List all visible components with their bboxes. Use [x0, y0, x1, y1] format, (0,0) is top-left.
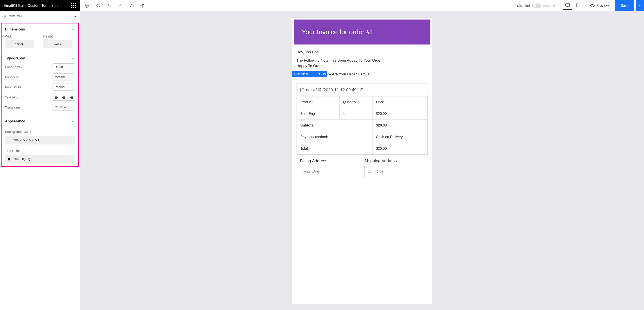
- chevron-up-icon: [72, 28, 75, 31]
- panel-appearance-title: Appearance: [5, 119, 25, 123]
- align-right-button[interactable]: [68, 94, 75, 100]
- font-weight-label: Font Wight: [5, 85, 21, 89]
- title-color-input[interactable]: rgba(0,0,0,1): [5, 155, 75, 164]
- panel-typography-title: Typography: [5, 56, 25, 60]
- send-icon[interactable]: [139, 3, 145, 9]
- th-price: Price: [372, 96, 427, 108]
- redo-icon[interactable]: [117, 3, 123, 9]
- text-align-label: Text Align: [5, 95, 19, 99]
- refresh-icon[interactable]: [95, 3, 101, 9]
- device-mobile-button[interactable]: [573, 1, 582, 10]
- topbar: [/] Disabled Enabled Preview Save: [80, 0, 644, 11]
- app-title: EmailKit Build Custom Templates: [4, 3, 58, 8]
- panels-scroll[interactable]: Dimensions Width Height: [0, 21, 80, 310]
- delete-block-button[interactable]: [316, 71, 322, 77]
- align-left-button[interactable]: [53, 94, 60, 100]
- title-color-label: Title Color: [5, 149, 75, 153]
- transform-value: Capitaliz: [55, 105, 66, 109]
- highlight-box: Dimensions Width Height: [1, 23, 79, 167]
- td-price: $20.00: [372, 108, 427, 119]
- subtotal-label: Subtotal:: [297, 119, 372, 131]
- pencil-icon: [4, 15, 6, 18]
- wordpress-icon[interactable]: [83, 2, 90, 9]
- device-group: [561, 0, 584, 11]
- email-note[interactable]: The Following Note Has Been Added To You…: [296, 58, 428, 69]
- svg-point-4: [592, 5, 593, 6]
- payment-value: Cash on Delivery: [372, 131, 427, 143]
- title-color-swatch: [8, 158, 10, 160]
- th-quantity: Quantity: [340, 96, 372, 108]
- subtotal-value: $20.00: [372, 119, 427, 131]
- preview-button[interactable]: Preview: [586, 0, 613, 11]
- font-weight-select[interactable]: Regular: [52, 83, 75, 90]
- duplicate-block-button[interactable]: [322, 71, 327, 77]
- height-label: Height: [43, 34, 75, 38]
- order-title: [Order #20] [2023-11-12 09:49:13]: [297, 84, 428, 96]
- panel-appearance: Appearance Background Color rgba(255,255…: [2, 115, 78, 164]
- save-dropdown-button[interactable]: [636, 0, 644, 11]
- panel-typography: Typography Font Family Default Font Size: [2, 52, 78, 115]
- font-size-value: Medium: [55, 75, 66, 79]
- enable-toggle[interactable]: [532, 3, 541, 8]
- customize-row[interactable]: CUSTOMIZE: [0, 11, 80, 21]
- chevron-up-icon: [73, 15, 76, 18]
- chevron-down-icon: [639, 4, 642, 7]
- svg-rect-1: [566, 4, 569, 6]
- payment-label: Payment method:: [297, 131, 372, 143]
- email-frame[interactable]: Your Invoice for order #1 Hey, Jon Doe T…: [292, 17, 432, 304]
- panel-dimensions-head[interactable]: Dimensions: [5, 27, 75, 31]
- email-header[interactable]: Your Invoice for order #1: [294, 19, 430, 44]
- sidebar: EmailKit Build Custom Templates CUSTOMIZ…: [0, 0, 80, 310]
- td-product: ShopEngine: [297, 108, 340, 119]
- width-input[interactable]: [5, 40, 34, 48]
- add-block-button[interactable]: [310, 71, 316, 77]
- order-table: Product Quantity Price ShopEngine 1 $20.…: [297, 96, 428, 155]
- font-family-label: Font Family: [5, 65, 22, 69]
- font-family-select[interactable]: Default: [52, 63, 75, 70]
- font-family-value: Default: [55, 65, 64, 69]
- bg-color-label: Background Color: [5, 130, 75, 133]
- panel-typography-head[interactable]: Typography: [5, 56, 75, 60]
- td-quantity: 1: [340, 108, 372, 119]
- transform-select[interactable]: Capitaliz: [52, 104, 75, 111]
- email-greeting[interactable]: Hey, Jon Doe: [296, 49, 428, 55]
- undo-icon[interactable]: [106, 3, 112, 9]
- height-input[interactable]: [43, 40, 72, 48]
- title-color-value: rgba(0,0,0,1): [12, 157, 30, 161]
- total-value: $20.00: [372, 143, 427, 154]
- svg-rect-5: [324, 74, 325, 75]
- disabled-label: Disabled: [517, 4, 530, 7]
- address-row[interactable]: Billing Address John Doe Shipping Addres…: [296, 155, 428, 177]
- main: [/] Disabled Enabled Preview Save: [80, 0, 644, 310]
- canvas[interactable]: Your Invoice for order #1 Hey, Jon Doe T…: [80, 11, 644, 310]
- bg-color-input[interactable]: rgba(255,255,255,1): [5, 136, 75, 144]
- chevron-up-icon: [72, 120, 75, 123]
- align-center-button[interactable]: [60, 94, 68, 100]
- table-row: ShopEngine 1 $20.00: [297, 108, 427, 119]
- table-header-row: Product Quantity Price: [297, 96, 427, 108]
- width-label: Width: [5, 34, 37, 38]
- chevron-down-icon: [71, 66, 73, 68]
- customize-label: CUSTOMIZE: [9, 14, 26, 18]
- order-block[interactable]: [Order #20] [2023-11-12 09:49:13] Produc…: [296, 83, 428, 155]
- font-size-select[interactable]: Medium: [52, 73, 75, 80]
- block-toolbar: Order Item: [292, 71, 327, 77]
- email-body: Hey, Jon Doe The Following Note Has Been…: [292, 46, 432, 177]
- enable-toggle-group: Disabled Enabled: [517, 3, 555, 8]
- panel-appearance-head[interactable]: Appearance: [5, 119, 75, 123]
- panel-dimensions: Dimensions Width Height: [2, 23, 78, 52]
- sidebar-header: EmailKit Build Custom Templates: [0, 0, 80, 11]
- chevron-up-icon: [72, 57, 75, 60]
- font-size-label: Font Size: [5, 75, 19, 79]
- payment-row: Payment method: Cash on Delivery: [297, 131, 427, 143]
- transform-label: Transform: [5, 105, 20, 109]
- total-label: Total:: [297, 143, 372, 154]
- apps-grid-icon[interactable]: [71, 3, 76, 8]
- billing-head: Billing Address: [300, 158, 360, 164]
- device-desktop-button[interactable]: [563, 1, 572, 10]
- th-product: Product: [297, 96, 340, 108]
- chevron-down-icon: [71, 86, 73, 88]
- save-button[interactable]: Save: [615, 0, 634, 11]
- total-row: Total: $20.00: [297, 143, 427, 154]
- shortcode-icon[interactable]: [/]: [128, 3, 134, 9]
